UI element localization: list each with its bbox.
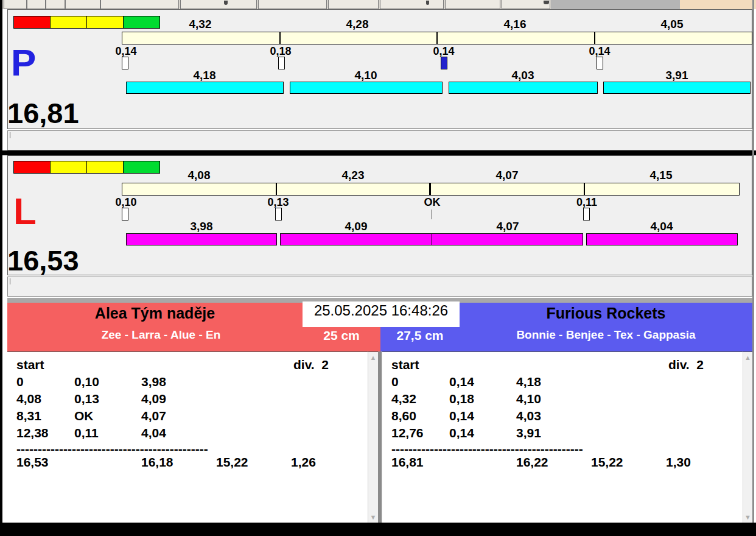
table-header-start: start [391,358,419,371]
traffic-light-strip [13,16,160,29]
table-cell: 4,03 [516,409,541,422]
summary-value: 16,81 [391,456,424,468]
ok-tick-line [432,210,432,219]
table-cell: 4,18 [516,375,541,388]
table-cell: OK [74,409,94,422]
table-cell: 4,07 [141,409,166,422]
cursor-tick [10,278,10,284]
split-time-label: 4,23 [313,169,393,181]
dog-time-label: 4,03 [483,69,562,81]
split-time-label: 4,05 [632,18,712,30]
toolbar-remnant [0,0,756,9]
traffic-light-yellow [87,16,124,28]
scrollbar[interactable]: ▲ ▼ [368,351,378,523]
toolbar-control-fragment[interactable] [328,0,379,9]
traffic-light-yellow [51,16,87,28]
traffic-light-green [124,16,159,28]
scroll-up-icon[interactable]: ▲ [368,353,378,362]
dog-time-label: 4,09 [317,220,396,232]
split-divider [279,32,281,44]
table-cell: 4,32 [391,392,416,405]
toolbar-control-fragment[interactable] [502,0,550,9]
dog-time-bar [280,233,432,245]
dog-time-bar [126,82,284,94]
table-separator: ----------------------------------------… [16,442,208,455]
table-cell: 0,14 [449,375,474,388]
toolbar-spacer [551,0,680,9]
table-cell: 0,11 [74,426,99,439]
team-left-results-table[interactable]: start div. 2 0 0,10 3,98 4,08 0,13 4,09 … [7,351,368,523]
dog-time-bar [126,233,277,245]
change-time-label: 0,11 [559,197,614,208]
toolbar-control-fragment[interactable] [445,0,500,9]
table-cell: 0,10 [74,375,99,388]
team-right-results-table[interactable]: start div. 2 0 0,14 4,18 4,32 0,18 4,10 … [382,351,743,523]
jump-height: 27,5 cm [380,328,460,342]
change-time-label: 0,10 [99,197,153,208]
table-cell: 0,18 [449,392,474,405]
table-cell: 0 [391,375,399,388]
change-marker-box [597,57,603,69]
team-name: Furious Rockets [460,305,752,322]
split-time-label: 4,15 [621,169,701,181]
window-edge [0,0,2,536]
toolbar-control-fragment[interactable] [180,0,257,9]
traffic-light-red [14,161,51,173]
change-marker-box [122,208,128,220]
cursor-tick [10,132,10,138]
toolbar-control-fragment[interactable] [46,0,65,9]
summary-value: 16,18 [141,456,173,468]
summary-value: 1,26 [291,456,316,468]
split-divider [276,183,277,195]
table-cell: 0,14 [449,426,474,439]
panel-divider [378,351,382,523]
scroll-down-icon[interactable]: ▼ [743,513,752,521]
dog-time-label: 3,91 [637,69,716,81]
scrollbar[interactable]: ▲ ▼ [743,351,752,523]
split-divider [594,32,595,44]
lane-total-time: 16,81 [7,99,79,127]
table-separator: ----------------------------------------… [391,442,583,455]
summary-value: 15,22 [216,456,248,468]
split-time-label: 4,16 [475,18,555,30]
table-cell: 0 [16,375,24,388]
clipped-text-fragment [224,1,228,5]
datetime-display: 25.05.2025 16:48:26 [303,302,460,327]
timing-app-window: P 16,81 4,32 4,28 4,16 4,05 0,14 0,18 0,… [0,0,756,536]
split-time-label: 4,32 [161,18,240,30]
toolbar-control-fragment[interactable] [100,0,179,9]
split-time-label: 4,28 [318,18,397,30]
toolbar-control-fragment[interactable] [258,0,327,9]
scroll-down-icon[interactable]: ▼ [368,513,378,521]
toolbar-control-fragment[interactable] [65,0,100,9]
table-cell: 0,14 [449,409,474,422]
summary-value: 16,22 [516,456,548,468]
dog-time-bar [432,233,583,245]
dog-time-label: 4,18 [165,69,244,81]
split-bar [122,32,752,44]
change-marker-box [278,57,285,69]
split-bar [122,183,740,196]
message-strip [7,277,752,297]
toolbar-control-fragment[interactable] [27,0,46,9]
summary-value: 16,53 [16,456,49,468]
team-name: Alea Tým naděje [7,305,303,322]
message-strip [7,130,752,150]
change-time-label: 0,14 [99,46,153,57]
change-time-label: 0,13 [251,197,306,208]
table-cell: 4,09 [141,392,166,405]
toolbar-control-fragment[interactable] [4,0,27,9]
change-time-label: 0,18 [253,46,308,57]
toolbar-control-fragment[interactable] [380,0,444,9]
dog-time-bar [586,233,738,245]
dropdown-arrow-fragment [544,1,549,4]
split-time-label: 4,08 [159,169,239,181]
table-cell: 4,10 [516,392,541,405]
scroll-up-icon[interactable]: ▲ [743,353,752,362]
team-members: Zee - Larra - Alue - En [7,329,315,342]
table-header-division: div. 2 [668,358,704,371]
table-cell: 0,13 [74,392,99,405]
table-cell: 8,31 [16,409,41,422]
change-marker-box-filled [441,57,447,69]
change-time-label: OK [405,197,460,208]
